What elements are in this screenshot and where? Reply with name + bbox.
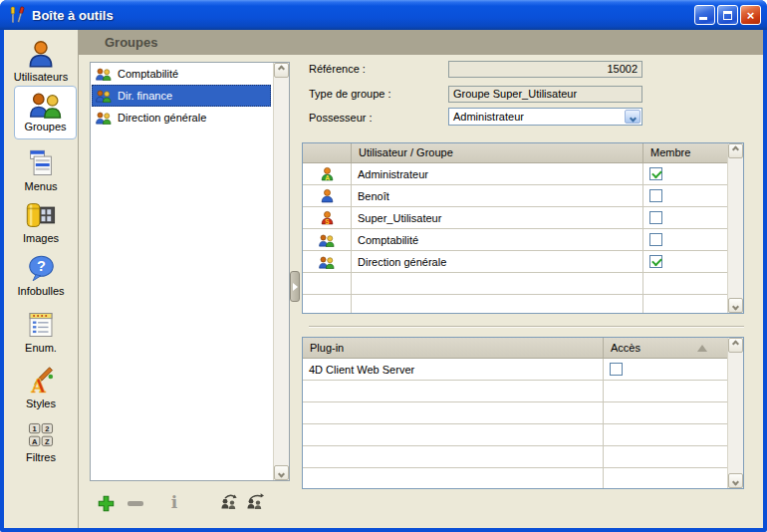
user-icon xyxy=(320,188,335,203)
close-button[interactable]: × xyxy=(740,5,761,25)
group-type-label: Type de groupe : xyxy=(309,88,391,102)
group-list-item-selected[interactable]: Dir. finance xyxy=(92,85,271,107)
sort-ascending-icon[interactable] xyxy=(697,345,707,352)
groups-icon xyxy=(318,233,336,247)
empty-row xyxy=(303,295,727,314)
groups-icon xyxy=(95,67,113,81)
member-row[interactable]: Comptabilité xyxy=(303,229,727,251)
members-table-header: Utilisateur / Groupe Membre xyxy=(303,143,727,163)
icon-column-header[interactable] xyxy=(303,143,351,162)
plus-icon xyxy=(98,495,115,512)
group-list-item[interactable]: Direction générale xyxy=(92,107,271,129)
group-list-scrollbar[interactable] xyxy=(273,63,289,480)
owner-value: Administrateur xyxy=(453,111,524,123)
user-admin-icon xyxy=(320,166,335,181)
chevron-down-icon xyxy=(278,470,285,477)
sidebar-item-enum[interactable]: Enum. xyxy=(4,307,78,354)
members-table: Utilisateur / Groupe Membre Administrate… xyxy=(302,142,744,314)
sidebar-item-images[interactable]: Images xyxy=(4,197,78,244)
member-checkbox[interactable] xyxy=(649,167,662,180)
scroll-up-button[interactable] xyxy=(274,63,289,78)
window-title: Boîte à outils xyxy=(32,8,114,23)
chevron-down-icon xyxy=(732,478,739,485)
group-info-button[interactable]: i xyxy=(167,492,181,512)
add-group-button[interactable] xyxy=(98,495,115,512)
member-row[interactable]: Benoît xyxy=(303,185,727,207)
title-bar[interactable]: Boîte à outils × xyxy=(0,0,767,30)
member-row[interactable]: Administrateur xyxy=(303,163,727,185)
scroll-up-button[interactable] xyxy=(728,143,743,158)
sidebar-item-label: Infobulles xyxy=(17,285,64,297)
sidebar-item-utilisateurs[interactable]: Utilisateurs xyxy=(4,36,78,83)
group-type-field[interactable]: Groupe Super_Utilisateur xyxy=(448,86,642,103)
group-list-item[interactable]: Comptabilité xyxy=(92,63,271,85)
owner-dropdown[interactable]: Administrateur xyxy=(448,108,642,126)
member-name: Comptabilité xyxy=(351,229,642,250)
sidebar-item-menus[interactable]: Menus xyxy=(4,145,78,192)
maximize-button[interactable] xyxy=(717,5,738,25)
users-export-icon xyxy=(246,492,266,510)
group-name: Comptabilité xyxy=(118,68,178,80)
section-header: Groupes xyxy=(79,30,763,55)
reference-field[interactable]: 15002 xyxy=(448,61,642,78)
member-checkbox[interactable] xyxy=(649,189,662,202)
scroll-down-button[interactable] xyxy=(274,465,289,480)
plugin-name: 4D Client Web Server xyxy=(303,359,603,380)
empty-row xyxy=(303,424,727,446)
group-name: Direction générale xyxy=(118,112,206,124)
section-title: Groupes xyxy=(105,35,157,50)
member-row[interactable]: Direction générale xyxy=(303,251,727,273)
user-super-icon xyxy=(320,210,335,225)
scroll-down-button[interactable] xyxy=(728,298,743,313)
sidebar-item-label: Enum. xyxy=(25,342,57,354)
window-controls: × xyxy=(694,5,761,25)
plugins-table-scrollbar[interactable] xyxy=(727,338,743,488)
member-name: Super_Utilisateur xyxy=(351,207,642,228)
groups-icon xyxy=(28,90,64,119)
menus-icon xyxy=(26,148,56,178)
member-checkbox[interactable] xyxy=(649,255,662,268)
paintbrush-icon xyxy=(26,366,56,396)
chevron-up-icon xyxy=(732,341,739,348)
groups-icon xyxy=(95,111,113,125)
sidebar-item-groupes[interactable]: Groupes xyxy=(14,86,77,139)
plugin-column-header[interactable]: Plug-in xyxy=(303,338,603,358)
name-column-header[interactable]: Utilisateur / Groupe xyxy=(351,143,642,162)
sidebar-item-filtres[interactable]: Filtres xyxy=(4,418,78,463)
keys-icon xyxy=(26,421,56,449)
panel-divider xyxy=(309,326,744,328)
member-name: Direction générale xyxy=(351,251,642,272)
load-groups-button[interactable] xyxy=(220,492,240,510)
save-groups-button[interactable] xyxy=(246,492,266,510)
pane-splitter[interactable] xyxy=(290,271,300,302)
empty-row xyxy=(303,381,727,402)
info-icon: i xyxy=(171,494,177,511)
member-row[interactable]: Super_Utilisateur xyxy=(303,207,727,229)
scroll-down-button[interactable] xyxy=(728,473,743,488)
empty-row xyxy=(303,446,727,468)
minimize-button[interactable] xyxy=(694,5,715,25)
sidebar-item-label: Groupes xyxy=(24,121,66,133)
members-table-scrollbar[interactable] xyxy=(727,143,743,313)
remove-group-button[interactable] xyxy=(127,494,144,512)
member-checkbox[interactable] xyxy=(649,233,662,246)
sidebar-item-label: Styles xyxy=(26,398,56,409)
access-checkbox[interactable] xyxy=(610,363,623,376)
plugin-row[interactable]: 4D Client Web Server xyxy=(303,359,727,381)
groups-icon xyxy=(95,89,113,103)
member-column-header[interactable]: Membre xyxy=(642,143,727,162)
member-checkbox[interactable] xyxy=(649,211,662,224)
scroll-up-button[interactable] xyxy=(728,338,743,353)
sidebar-item-label: Utilisateurs xyxy=(14,71,68,83)
dropdown-button[interactable] xyxy=(625,110,640,124)
sidebar-item-infobulles[interactable]: Infobulles xyxy=(4,251,78,297)
notepad-icon xyxy=(26,310,56,340)
group-name: Dir. finance xyxy=(118,90,172,102)
sidebar-item-styles[interactable]: Styles xyxy=(4,363,78,409)
toolbox-icon xyxy=(8,6,26,24)
groups-icon xyxy=(318,255,336,269)
minimize-icon xyxy=(699,17,707,20)
owner-label: Possesseur : xyxy=(309,112,373,126)
access-column-header[interactable]: Accès xyxy=(603,338,727,358)
empty-row xyxy=(303,273,727,295)
